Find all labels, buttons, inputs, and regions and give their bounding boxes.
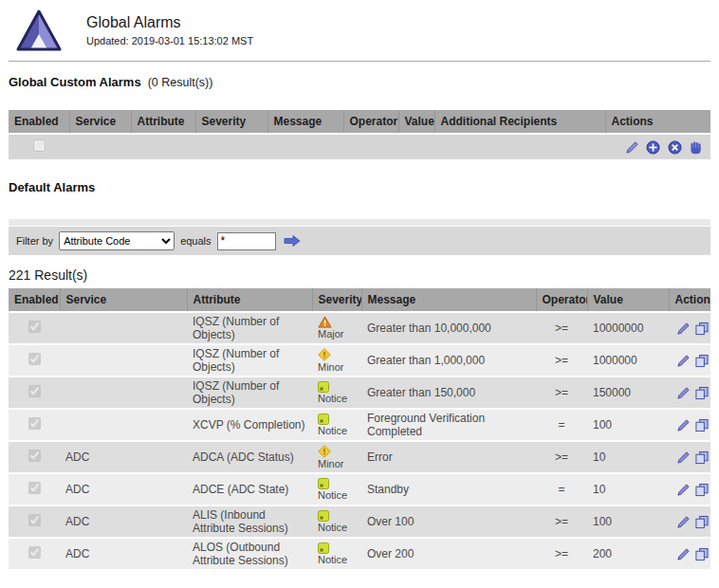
alarm-enabled-checkbox[interactable] [28, 450, 41, 462]
edit-pencil-icon[interactable] [625, 140, 639, 155]
updated-timestamp: Updated: 2019-03-01 15:13:02 MST [86, 35, 253, 46]
filter-value-input[interactable] [217, 232, 276, 250]
filter-strip [9, 219, 710, 226]
alarm-severity: Minor [312, 344, 361, 377]
alarm-service: ADC [60, 505, 187, 538]
alarm-operator: >= [536, 344, 587, 377]
col-value: Value [587, 288, 669, 312]
storagegrid-triangle-logo-icon [16, 9, 62, 51]
alarm-service: ADC [60, 441, 187, 473]
alarm-value: 1000000 [587, 344, 669, 377]
default-alarms-table: Enabled Service Attribute Severity Messa… [9, 288, 710, 571]
minor-severity-icon [318, 348, 331, 361]
default-alarm-row: IQSZ (Number of Objects)MinorGreater tha… [9, 344, 710, 377]
alarm-value: 10 [587, 473, 669, 505]
custom-alarm-operator [343, 134, 398, 160]
default-alarms-table-header: Enabled Service Attribute Severity Messa… [9, 288, 710, 312]
col-message: Message [267, 110, 343, 134]
copy-icon[interactable] [694, 354, 710, 368]
edit-pencil-icon[interactable] [676, 450, 691, 465]
alarm-value: 150000 [587, 377, 669, 409]
alarm-message: Over 100 [361, 505, 536, 538]
alarm-attribute: IQSZ (Number of Objects) [187, 377, 312, 409]
alarm-service [60, 344, 187, 377]
alarm-message: Over 200 [361, 538, 536, 570]
col-operator: Operator [536, 288, 587, 312]
edit-pencil-icon[interactable] [676, 547, 691, 561]
alarm-attribute: IQSZ (Number of Objects) [187, 344, 312, 377]
alarm-operator: >= [536, 441, 587, 473]
severity-label: Notice [318, 490, 347, 502]
alarm-operator: = [536, 473, 587, 505]
custom-alarm-enabled-checkbox[interactable] [33, 139, 46, 152]
severity-label: Minor [318, 459, 344, 470]
col-service: Service [69, 110, 131, 134]
alarm-attribute: ALOS (Outbound Attribute Sessions) [187, 538, 312, 570]
alarm-message: Greater than 1,000,000 [361, 344, 536, 377]
plus-circle-icon[interactable] [646, 140, 660, 155]
copy-icon[interactable] [694, 515, 710, 529]
x-circle-icon[interactable] [668, 140, 682, 155]
copy-icon[interactable] [694, 450, 710, 465]
edit-pencil-icon[interactable] [676, 322, 691, 336]
col-severity: Severity [312, 288, 361, 312]
page-header: Global Alarms Updated: 2019-03-01 15:13:… [9, 8, 710, 59]
copy-icon[interactable] [694, 418, 710, 432]
edit-pencil-icon[interactable] [676, 483, 691, 497]
edit-pencil-icon[interactable] [676, 386, 691, 400]
edit-pencil-icon[interactable] [676, 515, 691, 529]
equals-label: equals [180, 235, 211, 247]
col-enabled: Enabled [9, 288, 60, 312]
default-alarm-row: ADCALOS (Outbound Attribute Sessions)Not… [9, 538, 710, 570]
title-block: Global Alarms Updated: 2019-03-01 15:13:… [86, 9, 253, 46]
col-value: Value [398, 110, 434, 134]
page-title: Global Alarms [86, 14, 253, 31]
alarm-enabled-checkbox[interactable] [28, 385, 41, 397]
alarm-message: Standby [361, 473, 536, 505]
alarm-value: 100 [587, 409, 669, 441]
default-alarm-row: IQSZ (Number of Objects)MajorGreater tha… [9, 312, 710, 344]
minor-severity-icon [318, 445, 331, 458]
custom-alarm-attribute [131, 134, 195, 160]
col-attribute: Attribute [131, 110, 195, 134]
notice-severity-icon [318, 413, 329, 425]
alarm-enabled-checkbox[interactable] [28, 514, 41, 526]
col-actions: Actions [669, 288, 710, 312]
col-service: Service [60, 288, 187, 312]
default-alarm-row: ADCALIS (Inbound Attribute Sessions)Noti… [9, 505, 710, 538]
severity-label: Notice [318, 523, 347, 534]
copy-icon[interactable] [694, 483, 710, 497]
alarm-severity: Notice [312, 538, 361, 570]
alarm-value: 200 [587, 538, 669, 570]
alarm-attribute: ADCA (ADC Status) [187, 441, 312, 473]
alarm-attribute: IQSZ (Number of Objects) [187, 312, 312, 344]
copy-icon[interactable] [694, 322, 710, 336]
default-alarm-row: IQSZ (Number of Objects)NoticeGreater th… [9, 377, 710, 409]
notice-severity-icon [318, 510, 329, 522]
alarm-operator: >= [536, 538, 587, 570]
alarm-enabled-checkbox[interactable] [28, 321, 41, 333]
alarm-operator: >= [536, 505, 587, 538]
alarm-service: ADC [60, 473, 187, 505]
alarm-enabled-checkbox[interactable] [28, 353, 41, 365]
alarm-service [60, 377, 187, 409]
hand-icon[interactable] [689, 140, 703, 155]
page: Global Alarms Updated: 2019-03-01 15:13:… [0, 0, 719, 571]
alarm-enabled-checkbox[interactable] [28, 546, 41, 559]
custom-alarm-message [267, 134, 343, 160]
alarm-enabled-checkbox[interactable] [28, 482, 41, 494]
edit-pencil-icon[interactable] [676, 354, 691, 368]
alarm-service: ADC [60, 538, 187, 570]
copy-icon[interactable] [694, 386, 710, 400]
filter-attribute-select[interactable]: Attribute Code [59, 231, 175, 250]
alarm-message: Greater than 10,000,000 [361, 312, 536, 344]
col-enabled: Enabled [9, 110, 69, 134]
notice-severity-icon [318, 478, 329, 489]
alarm-severity: Notice [312, 505, 361, 538]
alarm-enabled-checkbox[interactable] [28, 417, 41, 430]
copy-icon[interactable] [694, 547, 710, 561]
alarm-attribute: ALIS (Inbound Attribute Sessions) [187, 505, 312, 538]
alarm-service [60, 409, 187, 441]
apply-filter-arrow-icon[interactable] [284, 234, 301, 248]
edit-pencil-icon[interactable] [676, 418, 691, 432]
